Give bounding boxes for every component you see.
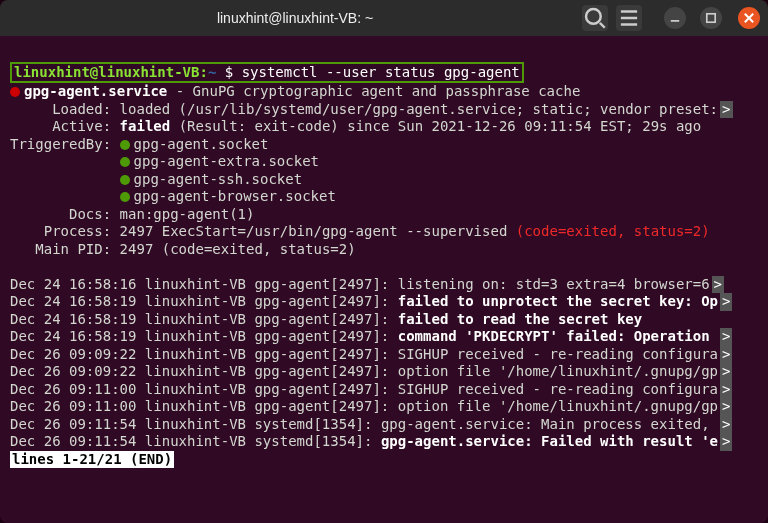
more-icon: > (720, 363, 732, 381)
more-icon: > (720, 101, 732, 119)
log-line: Dec 26 09:11:00 linuxhint-VB gpg-agent[2… (10, 381, 758, 399)
svg-point-0 (586, 9, 601, 24)
unit-description: GnuPG cryptographic agent and passphrase… (193, 83, 581, 99)
window-title: linuxhint@linuxhint-VB: ~ (217, 10, 373, 26)
close-button[interactable] (738, 7, 760, 29)
svg-line-1 (600, 23, 605, 28)
trigger-item: gpg-agent-ssh.socket (134, 171, 303, 187)
more-icon: > (720, 398, 732, 416)
log-line: Dec 24 16:58:19 linuxhint-VB gpg-agent[2… (10, 293, 758, 311)
prompt-line: linuxhint@linuxhint-VB:~ $ systemctl --u… (10, 62, 524, 84)
docs-value: man:gpg-agent(1) (120, 206, 255, 222)
search-button[interactable] (582, 5, 608, 31)
more-icon: > (720, 381, 732, 399)
status-dot-icon (10, 87, 20, 97)
more-icon: > (720, 433, 732, 451)
more-icon: > (720, 416, 732, 434)
menu-button[interactable] (616, 5, 642, 31)
bullet-icon (120, 140, 130, 150)
process-label: Process: (44, 223, 111, 239)
maximize-button[interactable] (700, 7, 722, 29)
log-line: Dec 24 16:58:19 linuxhint-VB gpg-agent[2… (10, 328, 758, 346)
active-detail: (Result: exit-code) since Sun 2021-12-26… (179, 118, 702, 134)
triggered-label: TriggeredBy: (10, 136, 111, 152)
log-line: Dec 26 09:09:22 linuxhint-VB gpg-agent[2… (10, 346, 758, 364)
log-line: Dec 24 16:58:16 linuxhint-VB gpg-agent[2… (10, 276, 758, 294)
unit-name: gpg-agent.service (24, 83, 167, 99)
bullet-icon (120, 157, 130, 167)
more-icon: > (720, 328, 732, 346)
mainpid-value: 2497 (code=exited, status=2) (120, 241, 356, 257)
terminal-content[interactable]: linuxhint@linuxhint-VB:~ $ systemctl --u… (0, 36, 768, 523)
active-label: Active: (52, 118, 111, 134)
typed-command: systemctl --user status gpg-agent (242, 64, 520, 80)
trigger-item: gpg-agent-extra.socket (134, 153, 319, 169)
terminal-window: linuxhint@linuxhint-VB: ~ linuxhint@linu… (0, 0, 768, 523)
titlebar: linuxhint@linuxhint-VB: ~ (0, 0, 768, 36)
bullet-icon (120, 192, 130, 202)
log-line: Dec 26 09:09:22 linuxhint-VB gpg-agent[2… (10, 363, 758, 381)
loaded-label: Loaded: (52, 101, 111, 117)
process-value: 2497 ExecStart=/usr/bin/gpg-agent --supe… (120, 223, 508, 239)
log-line: Dec 26 09:11:00 linuxhint-VB gpg-agent[2… (10, 398, 758, 416)
loaded-value: loaded (/usr/lib/systemd/user/gpg-agent.… (120, 101, 718, 117)
log-line: Dec 24 16:58:19 linuxhint-VB gpg-agent[2… (10, 311, 758, 329)
log-line: Dec 26 09:11:54 linuxhint-VB systemd[135… (10, 416, 758, 434)
trigger-item: gpg-agent.socket (134, 136, 269, 152)
docs-label: Docs: (69, 206, 111, 222)
bullet-icon (120, 175, 130, 185)
prompt-userhost: linuxhint@linuxhint-VB (14, 64, 199, 80)
trigger-item: gpg-agent-browser.socket (134, 188, 336, 204)
process-fail: (code=exited, status=2) (516, 223, 710, 239)
more-icon: > (720, 293, 732, 311)
svg-rect-6 (707, 14, 715, 22)
more-icon: > (720, 346, 732, 364)
log-line: Dec 26 09:11:54 linuxhint-VB systemd[135… (10, 433, 758, 451)
more-icon: > (712, 276, 724, 294)
pager-status: lines 1-21/21 (END) (10, 451, 174, 469)
mainpid-label: Main PID: (35, 241, 111, 257)
active-state: failed (120, 118, 171, 134)
minimize-button[interactable] (664, 7, 686, 29)
log-section: Dec 24 16:58:16 linuxhint-VB gpg-agent[2… (10, 276, 758, 451)
